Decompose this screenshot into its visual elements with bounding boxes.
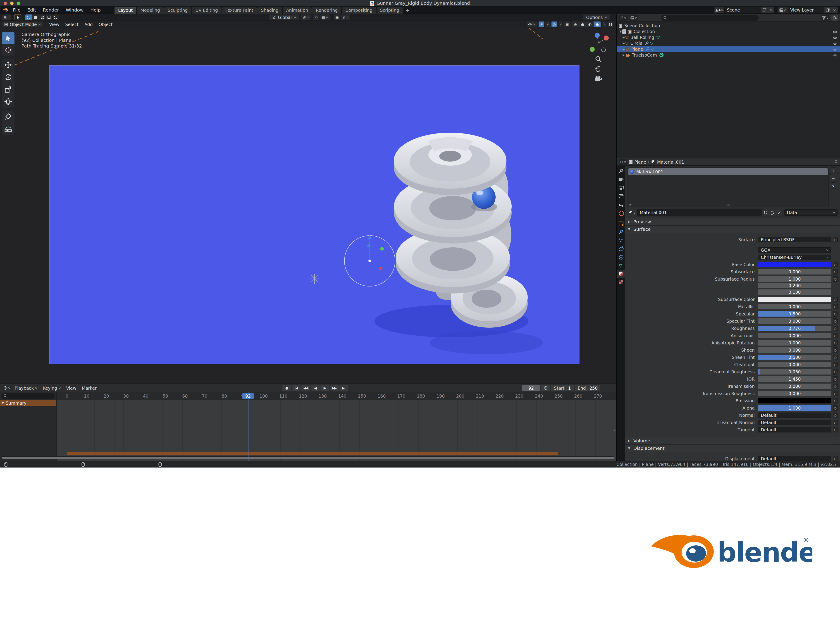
animate-property-button[interactable]: ○: [833, 369, 838, 374]
next-keyframe-button[interactable]: ▶▶: [330, 385, 338, 391]
disclosure-open-icon[interactable]: ▼: [619, 30, 622, 33]
pivot-point-dropdown[interactable]: ◎∨: [302, 14, 311, 21]
proportional-editing-toggle[interactable]: ◉: [334, 14, 340, 21]
add-workspace-button[interactable]: +: [403, 7, 412, 14]
new-material-button[interactable]: [769, 209, 776, 216]
menu-edit[interactable]: Edit: [24, 6, 39, 14]
visibility-eye-icon[interactable]: [833, 52, 837, 57]
animate-property-button[interactable]: ○: [833, 297, 838, 302]
select-field[interactable]: Christensen-Burley∨: [758, 254, 831, 260]
select-mode-subtract[interactable]: [39, 14, 46, 21]
color-swatch[interactable]: [758, 262, 831, 267]
animate-property-button[interactable]: ○: [833, 326, 838, 331]
workspace-tab-scripting[interactable]: Scripting: [377, 7, 403, 14]
properties-tab-render[interactable]: [617, 175, 625, 183]
animate-property-button[interactable]: ○: [833, 355, 838, 360]
timeline-keyframe-area[interactable]: ▼ Summary ‹: [0, 400, 616, 461]
jump-to-end-button[interactable]: ▶|: [339, 385, 348, 391]
material-browse-dropdown[interactable]: ∨: [627, 209, 638, 216]
menu-help[interactable]: Help: [87, 6, 104, 14]
transform-orientation-dropdown[interactable]: ∠ Global∨: [269, 14, 299, 21]
animate-property-button[interactable]: ○: [833, 412, 838, 418]
snap-to-dropdown[interactable]: ▦∨: [320, 14, 330, 21]
select-field[interactable]: Default: [758, 412, 831, 418]
disclosure-open-icon[interactable]: ▼: [628, 447, 631, 450]
slot-list-grip[interactable]: ∷∷: [726, 203, 731, 207]
record-button[interactable]: ●: [283, 385, 291, 391]
outliner-display-mode-dropdown[interactable]: ∨: [619, 15, 628, 21]
properties-tab-data[interactable]: [617, 261, 625, 269]
menu-file[interactable]: File: [9, 6, 24, 14]
new-collection-button[interactable]: [831, 15, 838, 21]
section-header-displacement[interactable]: ▼Displacement∷∷: [625, 444, 840, 452]
animate-property-button[interactable]: ○: [833, 405, 838, 411]
proportional-falloff-dropdown[interactable]: ∩∨: [341, 14, 350, 21]
shading-rendered-button[interactable]: ◉: [594, 22, 601, 27]
frame-end-field[interactable]: End250: [575, 385, 600, 391]
animate-property-button[interactable]: ○: [833, 376, 838, 382]
properties-tab-physics[interactable]: [617, 245, 625, 253]
material-slot-item[interactable]: Material.001: [628, 168, 828, 175]
overlays-dropdown[interactable]: ∨: [559, 22, 562, 27]
scene-copy-button[interactable]: [761, 7, 767, 13]
select-mode-intersect[interactable]: [52, 14, 59, 21]
view-layer-selector[interactable]: ∨ View Layer ×: [778, 7, 838, 13]
shading-dropdown[interactable]: ∨: [603, 22, 606, 27]
tool-scale-button[interactable]: [2, 83, 14, 95]
value-slider[interactable]: 0.200: [758, 283, 831, 288]
zoom-window-button[interactable]: [17, 2, 20, 5]
workspace-tab-shading[interactable]: Shading: [257, 7, 282, 14]
render-pause-button[interactable]: [608, 22, 613, 27]
visibility-eye-icon[interactable]: [833, 35, 837, 40]
navigation-gizmo[interactable]: [586, 30, 613, 82]
properties-tab-particles[interactable]: [617, 236, 625, 244]
animate-property-button[interactable]: ○: [833, 456, 838, 461]
animate-property-button[interactable]: ○: [833, 237, 838, 242]
timeline-search-input[interactable]: [2, 393, 55, 399]
options-dropdown[interactable]: Options∨: [583, 14, 610, 21]
properties-tab-tool[interactable]: [617, 167, 625, 175]
active-tool-icon[interactable]: [14, 14, 22, 21]
animate-property-button[interactable]: ○: [833, 304, 838, 309]
material-slot-list[interactable]: Material.001 ▶ ∷∷: [627, 167, 829, 207]
workspace-tab-texture-paint[interactable]: Texture Paint: [222, 7, 257, 14]
workspace-tab-uv-editing[interactable]: UV Editing: [192, 7, 221, 14]
workspace-tab-sculpting[interactable]: Sculpting: [164, 7, 191, 14]
tool-measure-button[interactable]: [2, 123, 14, 135]
pin-id-button[interactable]: [834, 159, 838, 164]
workspace-tab-rendering[interactable]: Rendering: [312, 7, 341, 14]
section-grip-icon[interactable]: ∷∷: [834, 220, 838, 223]
select-field[interactable]: Default: [758, 456, 831, 461]
animate-property-button[interactable]: ○: [833, 333, 838, 338]
animate-property-button[interactable]: ○: [833, 276, 838, 282]
viewport-menu-add[interactable]: Add: [82, 21, 96, 28]
scene-selector[interactable]: ▲●∨ Scene ×: [714, 7, 774, 13]
view-layer-remove-button[interactable]: ×: [831, 7, 838, 13]
play-button[interactable]: ▶: [321, 385, 329, 391]
properties-tab-texture[interactable]: [617, 278, 625, 286]
current-frame-badge[interactable]: 92: [242, 393, 254, 399]
select-field[interactable]: Principled BSDF: [758, 237, 831, 242]
slot-list-caret-icon[interactable]: ▶: [630, 203, 632, 206]
timeline-hscrollbar[interactable]: [2, 456, 614, 459]
select-mode-set[interactable]: [25, 14, 32, 21]
play-reverse-button[interactable]: ◀: [311, 385, 319, 391]
tool-move-button[interactable]: [2, 59, 14, 71]
view-layer-copy-button[interactable]: [824, 7, 831, 13]
disclosure-closed-icon[interactable]: ▶: [622, 47, 625, 51]
value-slider[interactable]: 0.000: [758, 318, 831, 324]
properties-tab-viewlayer[interactable]: [617, 192, 625, 200]
value-slider[interactable]: 0.000: [758, 269, 831, 275]
blender-menu-button[interactable]: [2, 7, 9, 13]
previous-keyframe-button[interactable]: ◀◀: [302, 385, 310, 391]
menu-window[interactable]: Window: [62, 6, 87, 14]
section-header-preview[interactable]: ▶Preview∷∷: [625, 218, 840, 226]
shading-material-preview-button[interactable]: ◐: [586, 22, 594, 27]
select-mode-extend[interactable]: [32, 14, 39, 21]
section-grip-icon[interactable]: ∷∷: [834, 439, 838, 442]
value-slider[interactable]: 0.000: [758, 340, 831, 346]
workspace-tab-layout[interactable]: Layout: [115, 7, 136, 14]
properties-tab-output[interactable]: [617, 184, 625, 192]
viewport-menu-select[interactable]: Select: [62, 21, 82, 28]
outliner-row-ball-rolling[interactable]: ▶▽Ball Rolling▽: [617, 35, 840, 40]
